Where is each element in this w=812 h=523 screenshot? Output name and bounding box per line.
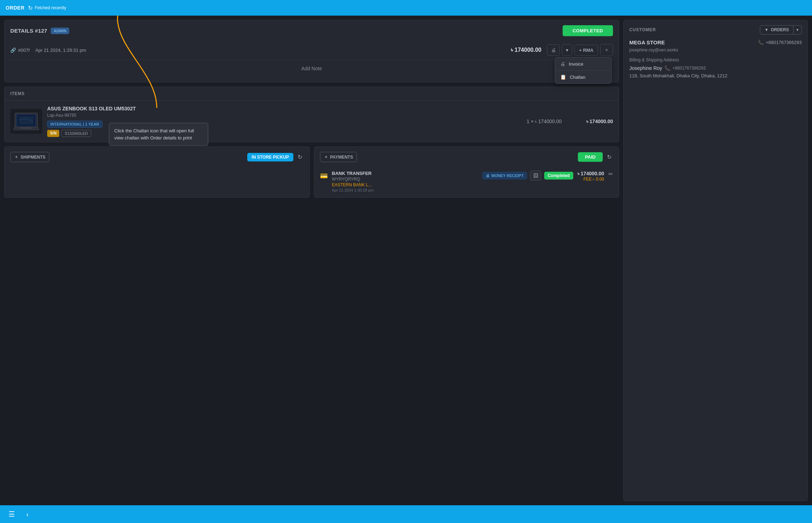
- orders-main-button[interactable]: ▼ ORDERS: [760, 25, 794, 34]
- details-row: 🔗 #007f Apr 21 2024, 1:29:31 pm ৳ 174000…: [10, 40, 613, 60]
- details-title-group: DETAILS #127 ADMIN: [10, 28, 69, 34]
- plus-icon: ＋: [604, 47, 609, 53]
- details-title: DETAILS #127: [10, 28, 47, 34]
- unit-price: ৳ 174000.00: [535, 119, 562, 124]
- add-plus-button[interactable]: ＋: [600, 44, 613, 56]
- item-quantity: 1 × ৳ 174000.00: [523, 119, 565, 125]
- add-payment-button[interactable]: ＋ PAYMENTS: [320, 152, 357, 162]
- qty-value: 1 ×: [527, 119, 534, 124]
- phone-value: +8801767366293: [766, 40, 802, 45]
- order-ref-value: #007f: [18, 48, 30, 53]
- payment-fee: FEE ৳ 0.00: [578, 177, 604, 182]
- svg-rect-3: [19, 116, 34, 125]
- shipments-title-group: ＋ SHIPMENTS: [10, 152, 49, 162]
- top-bar-title: ORDER: [6, 5, 24, 11]
- billing-phone: +8801767366293: [673, 66, 706, 71]
- payment-date: Apr 21 2024 1:30:28 pm: [332, 188, 478, 192]
- customer-card: CUSTOMER ▼ ORDERS ▾ MEGA STORE 📞 +880176…: [623, 20, 808, 501]
- store-name: MEGA STORE: [629, 39, 665, 45]
- details-card: DETAILS #127 ADMIN COMPLETED 🔗 #007f Apr…: [4, 20, 619, 82]
- add-shipment-button[interactable]: ＋ SHIPMENTS: [10, 152, 49, 162]
- dropdown-toggle-button[interactable]: ▾: [562, 44, 572, 56]
- billing-address: 118, South Mohakhali, Dhaka City, Dhaka,…: [629, 72, 802, 79]
- print-menu-icon: 🖨: [560, 61, 565, 67]
- right-column: CUSTOMER ▼ ORDERS ▾ MEGA STORE 📞 +880176…: [623, 20, 808, 501]
- item-image: [10, 109, 42, 134]
- completed-status-button[interactable]: COMPLETED: [563, 25, 613, 36]
- customer-header: CUSTOMER ▼ ORDERS ▾: [629, 25, 802, 34]
- item-name: ASUS ZENBOOK S13 OLED UM5302T: [47, 106, 518, 111]
- in-store-pickup-button[interactable]: IN STORE PICKUP: [247, 153, 293, 161]
- dropdown-menu: 🖨 Invoice 📋 Challan: [555, 57, 612, 84]
- admin-badge: ADMIN: [51, 28, 69, 34]
- challan-label: Challan: [570, 75, 585, 80]
- challan-icon: 📋: [560, 74, 566, 80]
- payments-refresh-button[interactable]: ↻: [606, 152, 613, 162]
- shipments-actions: IN STORE PICKUP ↻: [247, 152, 303, 162]
- shipments-card: ＋ SHIPMENTS IN STORE PICKUP ↻: [4, 147, 310, 198]
- payment-method-name: BANK TRANSFER: [332, 171, 478, 176]
- payment-actions: 🖨 MONEY RECEIPT 🖼 Completed: [482, 171, 573, 181]
- challan-menu-item[interactable]: 📋 Challan: [555, 71, 611, 83]
- shipments-refresh-button[interactable]: ↻: [296, 152, 304, 162]
- details-header: DETAILS #127 ADMIN COMPLETED: [10, 25, 613, 36]
- customer-section-title: CUSTOMER: [629, 27, 656, 32]
- payment-item: 💳 BANK TRANSFER WYRYQRYRQ EASTERN BANK L…: [320, 168, 613, 192]
- billing-phone-icon: 📞: [664, 65, 670, 71]
- items-title: ITEMS: [10, 91, 25, 96]
- items-section: ITEMS: [4, 87, 619, 142]
- filter-icon: ▼: [764, 27, 769, 32]
- main-content: DETAILS #127 ADMIN COMPLETED 🔗 #007f Apr…: [0, 16, 812, 505]
- challan-tooltip: Click the Challan icon that will open fu…: [109, 123, 208, 146]
- plus-icon: ＋: [324, 154, 328, 160]
- invoice-menu-item[interactable]: 🖨 Invoice: [555, 57, 611, 70]
- dropdown-container: ▾ 🖨 Invoice 📋 Challan: [562, 44, 572, 56]
- plus-icon: ＋: [14, 154, 18, 160]
- add-note-area[interactable]: Add Note: [10, 60, 613, 77]
- top-bar: ORDER ↻ Fetched recently: [0, 0, 812, 16]
- phone-icon: 📞: [758, 40, 764, 45]
- money-receipt-button[interactable]: 🖨 MONEY RECEIPT: [482, 172, 527, 180]
- customer-email: josephine.roy@xen.works: [629, 48, 802, 53]
- billing-name-text: Josephine Roy: [629, 65, 662, 71]
- back-button[interactable]: ‹: [25, 509, 30, 520]
- paid-status-button[interactable]: PAID: [578, 152, 603, 162]
- items-section-header: ITEMS: [5, 87, 619, 101]
- payments-header: ＋ PAYMENTS PAID ↻: [320, 152, 613, 162]
- orders-button-group: ▼ ORDERS ▾: [760, 25, 802, 34]
- sync-icon: ↻: [28, 5, 33, 11]
- order-date: Apr 21 2024, 1:29:31 pm: [35, 48, 506, 53]
- order-amount: ৳ 174000.00: [511, 47, 541, 53]
- item-sku: Lap-Asu-99785: [47, 113, 518, 118]
- link-icon: 🔗: [10, 48, 16, 53]
- payment-amount: ৳ 174000.00: [578, 171, 604, 177]
- svg-rect-5: [21, 128, 32, 128]
- add-note-label: Add Note: [301, 66, 322, 71]
- rma-button[interactable]: + RMA: [574, 45, 598, 56]
- receipt-icon: 🖨: [486, 174, 490, 178]
- billing-name: Josephine Roy 📞 +8801767366293: [629, 65, 802, 71]
- payments-card: ＋ PAYMENTS PAID ↻ 💳 BANK TRANSFER WYRYQR…: [314, 147, 619, 198]
- payment-edit-button[interactable]: ✏: [608, 171, 613, 177]
- action-buttons: 🖨 ▾ 🖨 Invoice 📋: [547, 44, 613, 56]
- payment-info: BANK TRANSFER WYRYQRYRQ EASTERN BANK L..…: [332, 171, 478, 192]
- bottom-nav: ☰ ‹: [0, 505, 812, 523]
- payment-image-button[interactable]: 🖼: [530, 171, 541, 181]
- payment-completed-badge: Completed: [544, 172, 573, 180]
- print-button[interactable]: 🖨: [547, 44, 560, 56]
- item-total-price: ৳ 174000.00: [570, 119, 613, 125]
- intl-warranty-tag: INTERNATIONAL | 1 YEAR: [47, 121, 103, 128]
- sync-status: ↻ Fetched recently: [28, 5, 66, 11]
- items-card: ITEMS: [4, 87, 619, 142]
- tooltip-text: Click the Challan icon that will open fu…: [114, 128, 194, 141]
- sn-tag: S/N: [47, 130, 59, 137]
- left-column: DETAILS #127 ADMIN COMPLETED 🔗 #007f Apr…: [4, 20, 619, 501]
- money-receipt-label: MONEY RECEIPT: [491, 174, 524, 178]
- orders-dropdown-button[interactable]: ▾: [794, 25, 802, 34]
- item-row: ASUS ZENBOOK S13 OLED UM5302T Lap-Asu-99…: [5, 101, 619, 142]
- payment-bank: EASTERN BANK L...: [332, 182, 478, 187]
- serial-number-tag: S132660LED: [61, 130, 91, 137]
- order-ref: 🔗 #007f: [10, 48, 30, 53]
- invoice-label: Invoice: [569, 61, 583, 67]
- menu-button[interactable]: ☰: [7, 508, 16, 520]
